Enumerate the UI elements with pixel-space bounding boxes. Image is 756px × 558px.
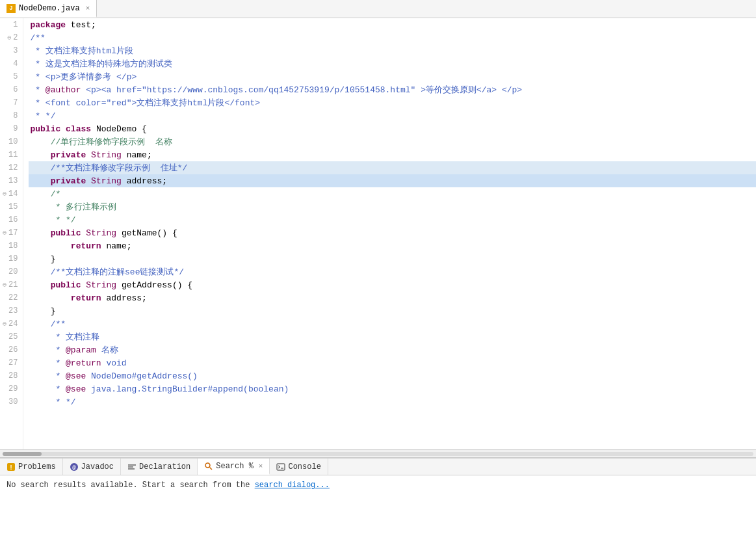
line-num-15: 15 [3, 200, 18, 213]
declaration-icon [127, 462, 137, 472]
code-line-16: * */ [29, 213, 756, 226]
editor-tab[interactable]: J NodeDemo.java × [0, 0, 97, 18]
problems-label: Problems [18, 462, 56, 472]
svg-rect-4 [128, 464, 136, 466]
svg-text:@: @ [72, 465, 76, 472]
code-line-30: * */ [29, 395, 756, 408]
svg-point-7 [205, 463, 210, 468]
line-num-7: 7 [3, 96, 18, 109]
code-line-2: /** [29, 31, 756, 44]
search-tab-label: Search % [216, 462, 254, 471]
console-label: Console [288, 462, 320, 472]
line-num-12: 12 [3, 161, 18, 174]
editor: 1 ⊖2 3 4 5 6 7 8 9 10 11 12 13 ⊖14 15 16… [0, 18, 756, 457]
line-num-8: 8 [3, 109, 18, 122]
line-num-17[interactable]: ⊖17 [3, 226, 18, 239]
line-num-6: 6 [3, 83, 18, 96]
code-line-23: } [29, 304, 756, 317]
code-lines[interactable]: package test; /** * 文档注释支持html片段 * 这是文档注… [23, 18, 756, 449]
console-icon [276, 462, 285, 472]
code-line-10: //单行注释修饰字段示例 名称 [29, 135, 756, 148]
line-num-24[interactable]: ⊖24 [3, 317, 18, 330]
code-line-12: /**文档注释修改字段示例 住址*/ [29, 161, 756, 174]
editor-content[interactable]: 1 ⊖2 3 4 5 6 7 8 9 10 11 12 13 ⊖14 15 16… [0, 18, 756, 449]
tab-javadoc[interactable]: @ Javadoc [63, 458, 121, 475]
tab-search[interactable]: Search % × [198, 458, 270, 475]
tab-label: NodeDemo.java [19, 4, 80, 13]
panel-tabs: ! Problems @ Javadoc Declaration Search … [0, 458, 756, 475]
line-num-25: 25 [3, 330, 18, 343]
tab-problems[interactable]: ! Problems [0, 458, 63, 475]
line-num-27: 27 [3, 356, 18, 369]
code-line-28: * @see NodeDemo#getAddress() [29, 369, 756, 382]
line-num-1: 1 [3, 18, 18, 31]
svg-rect-5 [128, 466, 133, 468]
declaration-label: Declaration [139, 462, 190, 472]
svg-rect-9 [277, 464, 285, 470]
search-no-results-text: No search results available. Start a sea… [7, 481, 255, 490]
line-num-5: 5 [3, 70, 18, 83]
code-line-5: * <p>更多详情参考 </p> [29, 70, 756, 83]
code-line-15: * 多行注释示例 [29, 200, 756, 213]
search-tab-close[interactable]: × [259, 462, 263, 470]
tab-declaration[interactable]: Declaration [121, 458, 198, 475]
tab-close-icon[interactable]: × [86, 5, 90, 12]
problems-icon: ! [7, 462, 16, 472]
line-num-19: 19 [3, 252, 18, 265]
tab-console[interactable]: Console [270, 458, 328, 475]
code-line-13: private String address; [29, 174, 756, 187]
line-numbers: 1 ⊖2 3 4 5 6 7 8 9 10 11 12 13 ⊖14 15 16… [0, 18, 23, 449]
scrollbar-thumb[interactable] [3, 452, 42, 456]
code-line-8: * */ [29, 109, 756, 122]
line-num-26: 26 [3, 343, 18, 356]
code-line-7: * <font color="red">文档注释支持html片段</font> [29, 96, 756, 109]
line-num-9: 9 [3, 122, 18, 135]
line-num-22: 22 [3, 291, 18, 304]
svg-line-8 [210, 467, 213, 470]
bottom-panel: ! Problems @ Javadoc Declaration Search … [0, 457, 756, 558]
code-line-19: } [29, 252, 756, 265]
code-line-20: /**文档注释的注解see链接测试*/ [29, 265, 756, 278]
line-num-10: 10 [3, 135, 18, 148]
line-num-29: 29 [3, 382, 18, 395]
line-num-28: 28 [3, 369, 18, 382]
java-file-icon: J [7, 4, 16, 13]
code-line-29: * @see java.lang.StringBuilder#append(bo… [29, 382, 756, 395]
search-icon [204, 462, 213, 471]
scrollbar-track[interactable] [3, 452, 753, 456]
tab-bar: J NodeDemo.java × [0, 0, 756, 18]
line-num-21[interactable]: ⊖21 [3, 278, 18, 291]
code-line-3: * 文档注释支持html片段 [29, 44, 756, 57]
code-line-18: return name; [29, 239, 756, 252]
line-num-4: 4 [3, 57, 18, 70]
line-num-11: 11 [3, 148, 18, 161]
code-line-21: public String getAddress() { [29, 278, 756, 291]
line-num-3: 3 [3, 44, 18, 57]
panel-content: No search results available. Start a sea… [0, 475, 756, 558]
svg-text:!: ! [9, 464, 13, 472]
line-num-30: 30 [3, 395, 18, 408]
code-line-17: public String getName() { [29, 226, 756, 239]
code-line-22: return address; [29, 291, 756, 304]
editor-h-scrollbar[interactable] [0, 449, 756, 457]
code-line-25: * 文档注释 [29, 330, 756, 343]
search-dialog-link[interactable]: search dialog... [255, 481, 330, 490]
line-num-23: 23 [3, 304, 18, 317]
code-line-1: package test; [29, 18, 756, 31]
code-line-11: private String name; [29, 148, 756, 161]
line-num-18: 18 [3, 239, 18, 252]
line-num-14[interactable]: ⊖14 [3, 187, 18, 200]
javadoc-icon: @ [70, 462, 79, 472]
svg-rect-6 [128, 468, 135, 470]
code-line-6: * @author <p><a href="https://www.cnblog… [29, 83, 756, 96]
code-line-24: /** [29, 317, 756, 330]
code-line-27: * @return void [29, 356, 756, 369]
code-line-26: * @param 名称 [29, 343, 756, 356]
code-line-4: * 这是文档注释的特殊地方的测试类 [29, 57, 756, 70]
line-num-13: 13 [3, 174, 18, 187]
line-num-2[interactable]: ⊖2 [3, 31, 18, 44]
line-num-16: 16 [3, 213, 18, 226]
code-line-9: public class NodeDemo { [29, 122, 756, 135]
code-line-14: /* [29, 187, 756, 200]
javadoc-label: Javadoc [81, 462, 114, 472]
